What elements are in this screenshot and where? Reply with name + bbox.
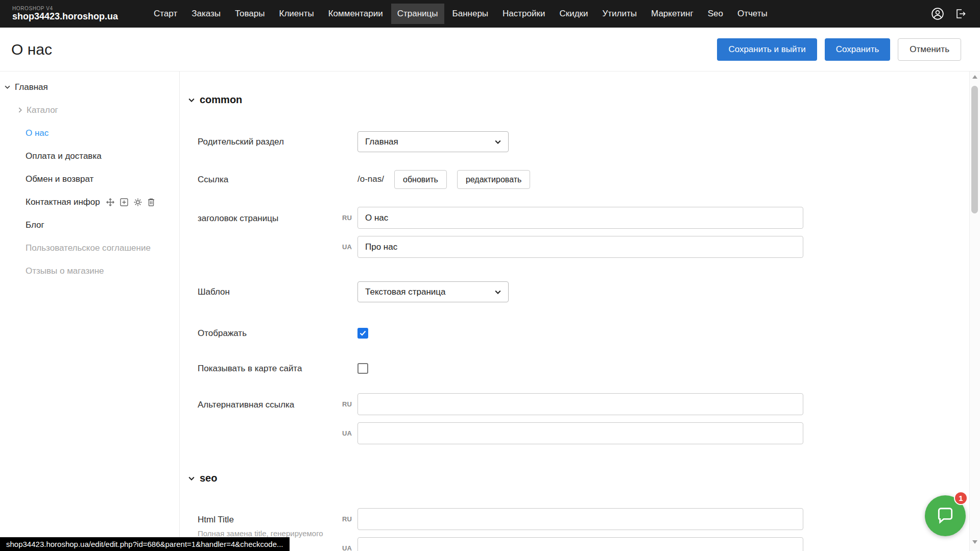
scrollbar-thumb[interactable]: [971, 86, 978, 213]
vertical-scrollbar: [969, 71, 980, 551]
checkmark-icon: [360, 330, 366, 336]
link-row: Ссылка /o-nas/ обновить редактировать: [198, 170, 540, 189]
template-row: Шаблон Текстовая страница: [198, 281, 509, 302]
page-title: О нас: [11, 41, 52, 58]
parent-section-value: Главная: [365, 137, 398, 147]
brand-version: HOROSHOP V4: [12, 6, 132, 12]
sidebar-item-o-nas[interactable]: О нас: [0, 122, 179, 145]
parent-section-label: Родительский раздел: [198, 131, 357, 152]
chevron-right-icon[interactable]: [18, 107, 22, 113]
pages-tree-sidebar: Главная Каталог О нас Оплата и доставка …: [0, 71, 180, 551]
cancel-button[interactable]: Отменить: [898, 38, 961, 61]
sidebar-item-katalog[interactable]: Каталог: [0, 99, 179, 122]
sidebar-item-label: Отзывы о магазине: [26, 266, 104, 276]
html-title-label: Html Title: [198, 514, 357, 525]
sidebar-item-label: Блог: [26, 220, 44, 230]
nav-item-banners[interactable]: Баннеры: [446, 4, 495, 24]
sidebar-item-label: Каталог: [27, 105, 58, 115]
nav-item-comments[interactable]: Комментарии: [322, 4, 389, 24]
scroll-down-arrow[interactable]: [972, 540, 977, 544]
nav-menu: Старт Заказы Товары Клиенты Комментарии …: [148, 4, 774, 24]
user-account-icon[interactable]: [931, 7, 944, 20]
brand-domain: shop34423.horoshop.ua: [12, 11, 132, 22]
save-and-exit-button[interactable]: Сохранить и выйти: [717, 38, 817, 61]
sitemap-checkbox[interactable]: [357, 363, 368, 374]
template-value: Текстовая страница: [365, 287, 446, 297]
lang-badge-ru: RU: [342, 515, 352, 523]
parent-section-row: Родительский раздел Главная: [198, 131, 509, 152]
section-common-toggle[interactable]: common: [188, 94, 242, 106]
html-title-ru-input[interactable]: [357, 508, 803, 530]
section-common-title: common: [200, 94, 242, 106]
sidebar-item-label: Контактная инфор: [26, 197, 100, 207]
nav-item-utilities[interactable]: Утилиты: [596, 4, 643, 24]
sidebar-item-label: Главная: [15, 82, 48, 92]
sidebar-item-label: О нас: [26, 128, 49, 138]
sidebar-item-kontaktnaya-informatsiya[interactable]: Контактная инфор: [0, 190, 179, 213]
chat-widget-button[interactable]: 1: [925, 495, 966, 536]
template-label: Шаблон: [198, 281, 357, 302]
nav-item-products[interactable]: Товары: [229, 4, 271, 24]
save-button[interactable]: Сохранить: [825, 38, 890, 61]
alt-link-label: Альтернативная ссылка: [198, 393, 357, 451]
display-checkbox[interactable]: [357, 328, 368, 339]
page-title-row: заголовок страницы RU UA: [198, 207, 803, 265]
sidebar-item-otzyvy-o-magazine[interactable]: Отзывы о магазине: [0, 259, 179, 282]
nav-item-discounts[interactable]: Скидки: [553, 4, 594, 24]
status-url: shop34423.horoshop.ua/edit/edit.php?id=6…: [6, 540, 283, 548]
chevron-down-icon[interactable]: [5, 85, 10, 89]
chat-bubble-icon: [936, 506, 955, 525]
chevron-down-icon: [495, 290, 501, 294]
sidebar-item-blog[interactable]: Блог: [0, 213, 179, 236]
link-refresh-button[interactable]: обновить: [394, 170, 447, 189]
logout-icon[interactable]: [954, 8, 967, 20]
nav-item-orders[interactable]: Заказы: [185, 4, 227, 24]
nav-item-start[interactable]: Старт: [148, 4, 183, 24]
alt-link-ua-input[interactable]: [357, 422, 803, 444]
display-row: Отображать: [198, 328, 368, 339]
nav-item-seo[interactable]: Seo: [702, 4, 729, 24]
lang-badge-ru: RU: [342, 400, 352, 408]
parent-section-select[interactable]: Главная: [357, 131, 509, 152]
page-title-ru-input[interactable]: [357, 207, 803, 229]
delete-trash-icon[interactable]: [147, 198, 155, 207]
nav-item-reports[interactable]: Отчеты: [731, 4, 774, 24]
page-header: О нас Сохранить и выйти Сохранить Отмени…: [0, 28, 980, 71]
lang-badge-ua: UA: [342, 544, 352, 551]
page-title-ua-input[interactable]: [357, 236, 803, 258]
lang-badge-ru: RU: [342, 214, 352, 222]
alt-link-row: Альтернативная ссылка RU UA: [198, 393, 803, 451]
add-icon[interactable]: [119, 198, 129, 207]
move-icon[interactable]: [106, 198, 115, 207]
lang-badge-ua: UA: [342, 429, 352, 437]
alt-link-ru-input[interactable]: [357, 393, 803, 415]
chat-unread-badge: 1: [954, 491, 968, 505]
nav-item-settings[interactable]: Настройки: [496, 4, 551, 24]
sidebar-item-label: Обмен и возврат: [26, 174, 93, 184]
link-edit-button[interactable]: редактировать: [457, 170, 530, 189]
template-select[interactable]: Текстовая страница: [357, 281, 509, 302]
lang-badge-ua: UA: [342, 243, 352, 251]
html-title-ua-input[interactable]: [357, 537, 803, 551]
display-label: Отображать: [198, 328, 357, 339]
nav-item-pages[interactable]: Страницы: [391, 4, 444, 24]
top-navigation: HOROSHOP V4 shop34423.horoshop.ua Старт …: [0, 0, 980, 28]
section-seo-title: seo: [200, 472, 217, 484]
sidebar-item-label: Пользовательское соглашение: [26, 243, 151, 253]
sidebar-item-obmen-i-vozvrat[interactable]: Обмен и возврат: [0, 167, 179, 190]
sidebar-item-polzovatelskoe-soglashenie[interactable]: Пользовательское соглашение: [0, 236, 179, 259]
page-title-label: заголовок страницы: [198, 207, 357, 265]
sitemap-label: Показывать в карте сайта: [198, 363, 357, 374]
brand-logo[interactable]: HOROSHOP V4 shop34423.horoshop.ua: [12, 6, 132, 22]
sidebar-item-oplata-i-dostavka[interactable]: Оплата и доставка: [0, 145, 179, 167]
nav-item-clients[interactable]: Клиенты: [273, 4, 320, 24]
nav-item-marketing[interactable]: Маркетинг: [645, 4, 700, 24]
scroll-up-arrow[interactable]: [972, 75, 977, 79]
section-seo-toggle[interactable]: seo: [188, 472, 217, 484]
sidebar-item-glavnaya[interactable]: Главная: [0, 76, 179, 99]
chevron-down-icon: [495, 140, 501, 144]
link-value: /o-nas/: [357, 170, 384, 184]
settings-gear-icon[interactable]: [133, 198, 142, 207]
page-edit-form: common Родительский раздел Главная Ссылк…: [180, 71, 969, 551]
status-url-bar: shop34423.horoshop.ua/edit/edit.php?id=6…: [0, 537, 290, 551]
